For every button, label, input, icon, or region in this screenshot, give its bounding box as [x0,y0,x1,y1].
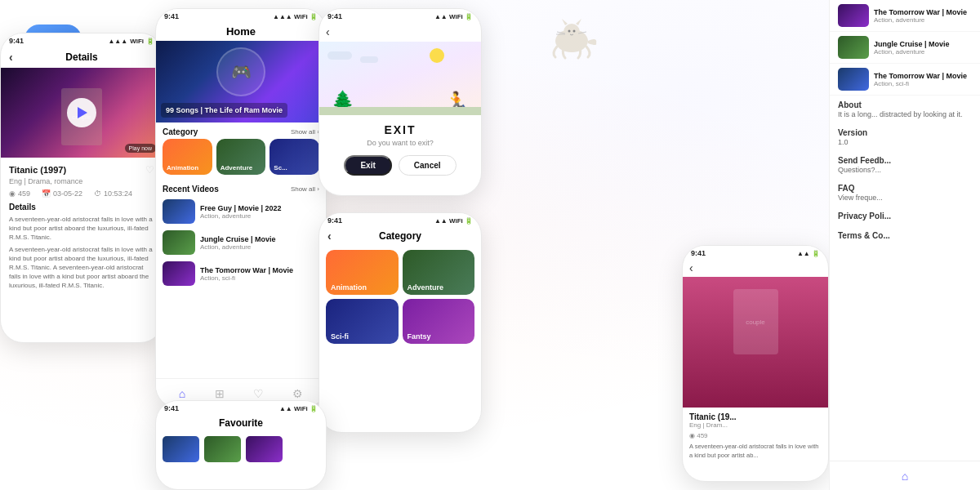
play-label[interactable]: Play now [125,144,156,153]
right-thumb-3 [838,68,869,91]
cat-illustration [539,12,604,61]
nav-home-icon[interactable]: ⌂ [179,387,185,400]
play-button[interactable] [67,98,96,127]
recent-item-1[interactable]: Free Guy | Movie | 2022 Action, adventur… [156,196,326,227]
terms-section[interactable]: Terms & Co... [830,226,980,246]
exit-buttons: Exit Cancel [344,155,456,176]
faq-sub: View freque... [838,194,972,202]
exit-cancel-button[interactable]: Cancel [399,155,457,176]
cloud-2 [360,56,378,63]
movie-stats: ◉ 459 📅 03-05-22 ⏱ 10:53:24 [9,189,154,198]
recent-info-3: The Tomorrow War | Movie Action, sci-fi [200,266,319,282]
sun-decoration [430,48,444,63]
right-bottom-nav: ⌂ [830,461,980,490]
exit-back-icon[interactable]: ‹ [326,25,330,38]
version-val: 1.0 [838,138,972,146]
hero-title: 99 Songs | The Life of Ram Movie [161,103,287,118]
fav-thumb-1 [163,436,199,462]
feedback-section[interactable]: Send Feedb... Questions?... [830,151,980,179]
cat-scifi[interactable]: Sc... [270,139,319,175]
grid-cat-fantasy[interactable]: Fantsy [403,299,475,344]
movie-desc-2: A seventeen-year-old aristocrat falls in… [9,245,154,291]
cat-animation[interactable]: Animation [163,139,212,175]
heart-icon[interactable]: ♡ [145,164,154,176]
svg-point-8 [573,30,576,33]
right-panel: The Tomorrow War | Movie Action, adventu… [829,0,980,490]
grid-cat-scifi[interactable]: Sci-fi [326,299,399,344]
right-item-1[interactable]: The Tomorrow War | Movie Action, adventu… [830,0,980,32]
recent-item-2[interactable]: Jungle Cruise | Movie Action, adventure [156,227,326,258]
exit-header-bar: ‹ [319,22,481,42]
exit-scene: 🌲 🏃 [319,42,481,115]
show-all-recent[interactable]: Show all › [291,185,319,193]
category-grid: Animation Adventure Sci-fi Fantsy [319,246,481,348]
status-bar-3: 9:41 ▲▲ WiFi 🔋 [319,9,481,22]
version-section: Version 1.0 [830,123,980,151]
feedback-label: Send Feedb... [838,156,972,165]
nav-heart-icon[interactable]: ♡ [253,387,264,400]
p5-body: Titanic (19... Eng | Dram... ◉ 459 A sev… [683,408,828,465]
exit-title: EXIT [384,123,416,136]
faq-label: FAQ [838,184,972,193]
right-thumb-2 [838,36,869,59]
category-back-icon[interactable]: ‹ [327,229,332,243]
p5-header-bar: ‹ [683,259,828,277]
show-all-category[interactable]: Show all › [291,128,319,136]
svg-point-7 [568,30,571,33]
status-bar-5: 9:41 ▲▲ 🔋 [683,246,828,259]
movie-sub: Eng | Drama, romance [9,177,154,185]
home-hero: 🎮 99 Songs | The Life of Ram Movie [156,41,326,122]
right-item-3[interactable]: The Tomorrow War | Movie Action, sci-fi [830,64,980,96]
version-label: Version [838,128,972,137]
recent-header: Recent Videos Show all › [156,180,326,196]
exit-confirm-button[interactable]: Exit [344,155,391,176]
back-icon[interactable]: ‹ [9,51,13,64]
right-nav-home[interactable]: ⌂ [902,470,908,483]
status-bar-1: 9:41 ▲▲▲ WiFi 🔋 [1,33,163,47]
details-body: Titanic (1997) ♡ Eng | Drama, romance ◉ … [1,158,163,300]
category-page-header: ‹ Category [319,226,481,246]
movie-title: Titanic (1997) [9,165,66,175]
privacy-label: Privacy Poli... [838,212,972,220]
phone-details: 9:41 ▲▲▲ WiFi 🔋 ‹ Details couple Play no… [0,33,163,343]
svg-marker-5 [562,19,568,25]
p5-title: Titanic (19... [689,412,822,421]
faq-section[interactable]: FAQ View freque... [830,179,980,207]
cat-adventure[interactable]: Adventure [216,139,266,175]
favourite-items-row [156,432,326,466]
svg-marker-6 [576,19,581,25]
p5-sub: Eng | Dram... [689,421,822,429]
categories-row: Animation Adventure Sc... [156,139,326,180]
exit-dialog-content: EXIT Do you want to exit? Exit Cancel [319,115,481,184]
privacy-section[interactable]: Privacy Poli... [830,207,980,226]
movie-desc-1: A seventeen-year-old aristocrat falls in… [9,215,154,243]
status-bar-2: 9:41 ▲▲▲ WiFi 🔋 [156,9,326,22]
status-bar-6: 9:41 ▲▲ WiFi 🔋 [156,401,326,414]
grid-cat-animation[interactable]: Animation [326,250,399,295]
status-bar-4: 9:41 ▲▲ WiFi 🔋 [319,213,481,226]
phone-category: 9:41 ▲▲ WiFi 🔋 ‹ Category Animation Adve… [318,212,482,433]
recent-item-3[interactable]: The Tomorrow War | Movie Action, sci-fi [156,258,326,289]
about-text: It is a long... distracted by looking at… [838,110,972,118]
category-header: Category Show all › [156,122,326,139]
nav-settings-icon[interactable]: ⚙ [292,387,303,400]
phone-favourite: 9:41 ▲▲ WiFi 🔋 Favourite [155,400,327,490]
right-thumb-1 [838,4,869,27]
recent-info-1: Free Guy | Movie | 2022 Action, adventur… [200,204,319,220]
nav-grid-icon[interactable]: ⊞ [215,387,225,400]
details-header: ‹ Details [1,47,163,68]
ground [319,107,481,115]
about-section: About It is a long... distracted by look… [830,96,980,123]
movie-image: couple Play now [1,68,163,158]
right-item-2[interactable]: Jungle Cruise | Movie Action, adventure [830,32,980,64]
right-info-1: The Tomorrow War | Movie Action, adventu… [874,8,972,24]
phone-details-partial: 9:41 ▲▲ 🔋 ‹ couple Titanic (19... Eng | … [682,245,829,482]
svg-point-4 [564,24,580,40]
home-header: Home [156,22,326,41]
right-info-3: The Tomorrow War | Movie Action, sci-fi [874,72,972,87]
recent-thumb-3 [163,261,195,286]
p5-hero-image: couple [683,277,828,408]
grid-cat-adventure[interactable]: Adventure [403,250,475,295]
p5-back-icon[interactable]: ‹ [689,261,693,274]
cloud-1 [327,51,352,60]
